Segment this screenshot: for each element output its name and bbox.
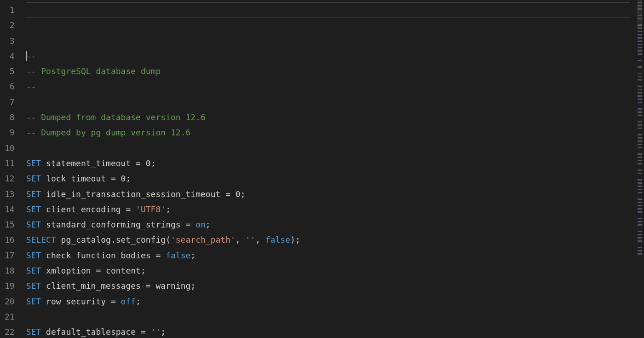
minimap-line xyxy=(638,108,642,110)
code-line[interactable]: SET row_security = off; xyxy=(26,294,638,309)
minimap-line xyxy=(638,195,642,197)
minimap-line xyxy=(638,173,642,174)
code-line[interactable] xyxy=(26,140,638,156)
minimap-line xyxy=(638,182,642,184)
line-number: 15 xyxy=(5,217,15,232)
line-number: 2 xyxy=(5,17,15,33)
minimap-line xyxy=(638,144,642,145)
minimap-line xyxy=(638,250,642,251)
code-token: client_encoding = xyxy=(41,204,136,214)
line-number: 1 xyxy=(5,2,15,17)
minimap-line xyxy=(638,76,642,77)
minimap-line xyxy=(638,153,642,155)
code-token: ); xyxy=(290,235,300,245)
line-number: 19 xyxy=(5,278,15,293)
code-line[interactable]: SELECT pg_catalog.set_config('search_pat… xyxy=(26,232,638,247)
code-line[interactable]: -- Dumped by pg_dump version 12.6 xyxy=(26,125,638,140)
line-number-gutter: 12345678910111213141516171819202122 xyxy=(0,0,26,338)
minimap-line xyxy=(638,157,642,158)
minimap-line xyxy=(638,237,642,239)
minimap-line xyxy=(638,176,642,177)
code-token: idle_in_transaction_session_timeout = xyxy=(41,189,236,199)
code-token: standard_conforming_strings = xyxy=(41,220,196,229)
code-token: lock_timeout = xyxy=(41,174,121,183)
minimap-line xyxy=(638,140,642,142)
minimap-line xyxy=(638,221,642,222)
code-token: SET xyxy=(26,327,41,337)
code-editor[interactable]: 12345678910111213141516171819202122 ----… xyxy=(0,0,644,338)
code-token: pg_catalog.set_config( xyxy=(56,235,171,245)
minimap-line xyxy=(638,105,642,106)
code-line[interactable]: SET standard_conforming_strings = on; xyxy=(26,217,638,232)
code-line[interactable]: SET client_min_messages = warning; xyxy=(26,278,638,293)
minimap-line xyxy=(638,34,642,35)
code-token: SET xyxy=(26,174,41,183)
code-token: 'UTF8' xyxy=(136,204,166,214)
minimap-line xyxy=(638,240,642,242)
code-line[interactable]: -- xyxy=(26,79,638,94)
minimap-line xyxy=(638,160,642,161)
code-token: ; xyxy=(241,189,246,199)
code-token: ; xyxy=(166,204,171,214)
minimap-line xyxy=(638,202,642,203)
line-number: 17 xyxy=(5,248,15,263)
code-line[interactable]: -- Dumped from database version 12.6 xyxy=(26,110,638,125)
code-token: , xyxy=(255,235,265,245)
minimap-line xyxy=(638,192,642,193)
minimap-line xyxy=(638,31,642,32)
minimap-line xyxy=(638,111,642,113)
code-token: ; xyxy=(190,251,196,260)
minimap-line xyxy=(638,57,642,58)
code-token: SET xyxy=(26,251,41,260)
minimap-line xyxy=(638,89,642,90)
code-line[interactable] xyxy=(26,309,638,324)
minimap-line xyxy=(638,256,642,258)
minimap-line xyxy=(638,60,642,61)
code-token: statement_timeout = xyxy=(41,158,146,168)
text-cursor xyxy=(26,51,27,61)
minimap-line xyxy=(638,79,642,81)
code-line[interactable]: SET check_function_bodies = false; xyxy=(26,248,638,263)
code-token: false xyxy=(265,235,290,245)
code-token: default_tablespace = xyxy=(41,327,150,337)
minimap-line xyxy=(638,186,642,187)
minimap-line xyxy=(638,53,642,55)
code-line[interactable]: -- xyxy=(26,48,638,64)
code-token: '' xyxy=(246,235,256,245)
code-token: on xyxy=(196,220,206,229)
code-token: SET xyxy=(26,281,41,291)
minimap-viewport[interactable] xyxy=(638,0,642,28)
code-token: 0 xyxy=(146,158,151,168)
minimap-line xyxy=(638,150,642,152)
code-line[interactable]: SET default_tablespace = ''; xyxy=(26,324,638,338)
code-line[interactable]: SET statement_timeout = 0; xyxy=(26,156,638,171)
minimap-line xyxy=(638,86,642,87)
line-number: 18 xyxy=(5,263,15,278)
code-line[interactable]: SET client_encoding = 'UTF8'; xyxy=(26,202,638,217)
code-token: SET xyxy=(26,297,41,306)
minimap-line xyxy=(638,82,642,84)
minimap-line xyxy=(638,208,642,210)
minimap-line xyxy=(638,227,642,229)
minimap-line xyxy=(638,128,642,129)
code-line[interactable] xyxy=(26,94,638,110)
minimap[interactable] xyxy=(638,0,644,338)
minimap-line xyxy=(638,137,642,139)
code-token: ; xyxy=(126,174,131,183)
code-token: -- xyxy=(26,51,36,61)
minimap-line xyxy=(638,224,642,226)
code-line[interactable]: SET idle_in_transaction_session_timeout … xyxy=(26,186,638,202)
code-token: , xyxy=(236,235,246,245)
line-number: 3 xyxy=(5,33,15,48)
code-line[interactable]: -- PostgreSQL database dump xyxy=(26,64,638,79)
code-content-area[interactable]: ---- PostgreSQL database dump-- -- Dumpe… xyxy=(26,0,638,338)
minimap-line xyxy=(638,63,642,64)
code-token: client_min_messages = warning; xyxy=(41,281,196,291)
line-number: 14 xyxy=(5,202,15,217)
code-line[interactable]: SET lock_timeout = 0; xyxy=(26,171,638,186)
current-line-highlight xyxy=(26,2,630,17)
minimap-line xyxy=(638,99,642,100)
code-line[interactable]: SET xmloption = content; xyxy=(26,263,638,278)
code-token: ; xyxy=(136,297,141,306)
minimap-line xyxy=(638,73,642,74)
